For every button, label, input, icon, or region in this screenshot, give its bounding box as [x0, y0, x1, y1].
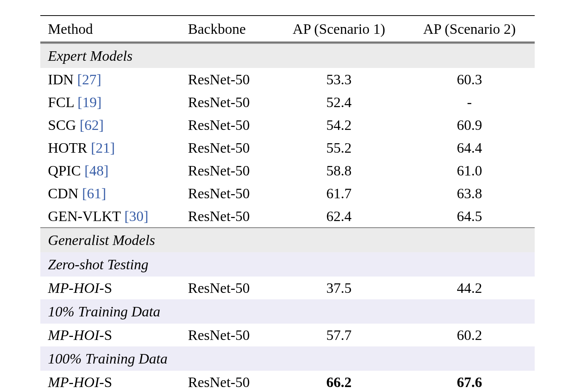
table-row: GEN-VLKT [30] ResNet-50 62.4 64.5 — [40, 205, 535, 228]
ap2-cell: 60.9 — [404, 114, 535, 136]
table-row: MP-HOI-S ResNet-50 37.5 44.2 — [40, 277, 535, 299]
subsection-label: 10% Training Data — [40, 299, 535, 324]
subsection-zero-shot: Zero-shot Testing — [40, 252, 535, 277]
citation: [21] — [91, 140, 115, 156]
section-expert-models: Expert Models — [40, 44, 535, 68]
table-header-row: Method Backbone AP (Scenario 1) AP (Scen… — [40, 16, 535, 42]
subsection-100pct: 100% Training Data — [40, 346, 535, 371]
backbone-cell: ResNet-50 — [180, 136, 273, 159]
col-method: Method — [40, 16, 180, 42]
table-row: HOTR [21] ResNet-50 55.2 64.4 — [40, 136, 535, 159]
table-row: QPIC [48] ResNet-50 58.8 61.0 — [40, 159, 535, 182]
backbone-cell: ResNet-50 — [180, 371, 273, 392]
ap1-cell: 57.7 — [274, 324, 404, 346]
section-label: Generalist Models — [40, 228, 535, 252]
ap2-cell: 44.2 — [404, 277, 535, 299]
ap1-cell: 53.3 — [274, 68, 404, 91]
method-cell: MP-HOI-S — [40, 324, 180, 346]
ap1-cell: 37.5 — [274, 277, 404, 299]
ap2-cell: 61.0 — [404, 159, 535, 182]
ap2-cell: 67.6 — [404, 371, 535, 392]
method-cell: MP-HOI-S — [40, 371, 180, 392]
ap1-cell: 61.7 — [274, 182, 404, 205]
method-cell: MP-HOI-S — [40, 277, 180, 299]
citation: [62] — [79, 117, 103, 133]
ap1-cell: 55.2 — [274, 136, 404, 159]
backbone-cell: ResNet-50 — [180, 159, 273, 182]
table-row: MP-HOI-S ResNet-50 57.7 60.2 — [40, 324, 535, 346]
ap1-cell: 62.4 — [274, 205, 404, 228]
col-ap1: AP (Scenario 1) — [274, 16, 404, 42]
method-cell: IDN [27] — [40, 68, 180, 91]
table-row: SCG [62] ResNet-50 54.2 60.9 — [40, 114, 535, 136]
col-backbone: Backbone — [180, 16, 273, 42]
backbone-cell: ResNet-50 — [180, 68, 273, 91]
ap1-cell: 58.8 — [274, 159, 404, 182]
ap2-cell: 64.5 — [404, 205, 535, 228]
citation: [27] — [77, 71, 101, 87]
method-cell: QPIC [48] — [40, 159, 180, 182]
table-row: MP-HOI-S ResNet-50 66.2 67.6 — [40, 371, 535, 392]
method-cell: CDN [61] — [40, 182, 180, 205]
backbone-cell: ResNet-50 — [180, 182, 273, 205]
table-row: FCL [19] ResNet-50 52.4 - — [40, 91, 535, 114]
subsection-10pct: 10% Training Data — [40, 299, 535, 324]
ap2-cell: 60.2 — [404, 324, 535, 346]
table-row: CDN [61] ResNet-50 61.7 63.8 — [40, 182, 535, 205]
subsection-label: 100% Training Data — [40, 346, 535, 371]
results-table-container: Method Backbone AP (Scenario 1) AP (Scen… — [40, 15, 535, 392]
method-cell: SCG [62] — [40, 114, 180, 136]
ap1-cell: 52.4 — [274, 91, 404, 114]
double-rule-spacer — [40, 42, 535, 44]
backbone-cell: ResNet-50 — [180, 114, 273, 136]
section-label: Expert Models — [40, 44, 535, 68]
ap2-cell: 63.8 — [404, 182, 535, 205]
citation: [30] — [124, 208, 148, 224]
ap2-cell: 60.3 — [404, 68, 535, 91]
citation: [19] — [78, 94, 102, 110]
table-row: IDN [27] ResNet-50 53.3 60.3 — [40, 68, 535, 91]
col-ap2: AP (Scenario 2) — [404, 16, 535, 42]
backbone-cell: ResNet-50 — [180, 324, 273, 346]
method-cell: GEN-VLKT [30] — [40, 205, 180, 228]
method-cell: HOTR [21] — [40, 136, 180, 159]
ap2-cell: - — [404, 91, 535, 114]
backbone-cell: ResNet-50 — [180, 277, 273, 299]
citation: [48] — [84, 163, 108, 179]
citation: [61] — [82, 185, 106, 201]
section-generalist-models: Generalist Models — [40, 228, 535, 252]
ap1-cell: 54.2 — [274, 114, 404, 136]
backbone-cell: ResNet-50 — [180, 91, 273, 114]
ap1-cell: 66.2 — [274, 371, 404, 392]
results-table: Method Backbone AP (Scenario 1) AP (Scen… — [40, 15, 535, 392]
backbone-cell: ResNet-50 — [180, 205, 273, 228]
method-cell: FCL [19] — [40, 91, 180, 114]
subsection-label: Zero-shot Testing — [40, 252, 535, 277]
ap2-cell: 64.4 — [404, 136, 535, 159]
